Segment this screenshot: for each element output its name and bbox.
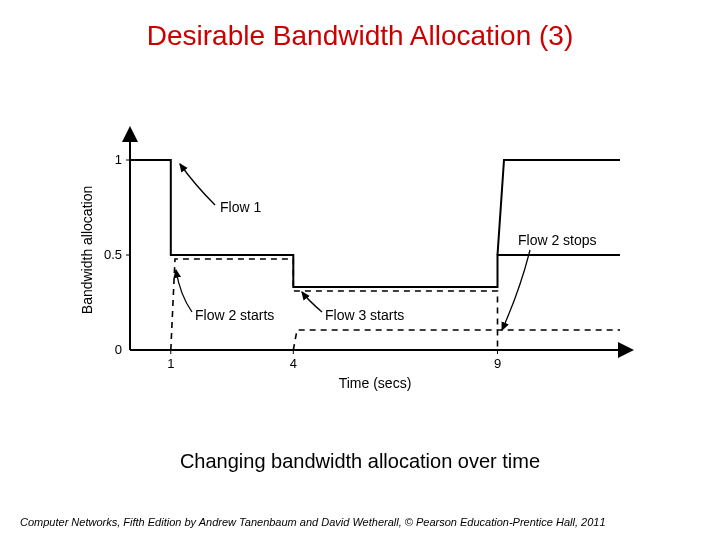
- y-tick-0: 0: [115, 342, 122, 357]
- arrow-flow3-starts: [302, 292, 322, 312]
- flow3-line: [293, 330, 620, 350]
- slide-title: Desirable Bandwidth Allocation (3): [0, 20, 720, 52]
- flow1-line: [130, 160, 620, 287]
- caption: Changing bandwidth allocation over time: [0, 450, 720, 473]
- flow2-line: [171, 259, 498, 350]
- annotation-flow2-stops: Flow 2 stops: [518, 232, 597, 248]
- x-axis-label: Time (secs): [339, 375, 412, 391]
- x-tick-4: 4: [290, 356, 297, 371]
- arrow-flow2-stops: [502, 250, 530, 330]
- y-axis-label: Bandwidth allocation: [80, 186, 95, 314]
- annotation-flow1: Flow 1: [220, 199, 261, 215]
- y-tick-05: 0.5: [104, 247, 122, 262]
- chart: 0 0.5 1 1 4 9 Time (secs) Bandwidth allo…: [80, 120, 640, 400]
- x-tick-9: 9: [494, 356, 501, 371]
- annotation-flow3-starts: Flow 3 starts: [325, 307, 404, 323]
- x-tick-1: 1: [167, 356, 174, 371]
- footer-text: Computer Networks, Fifth Edition by Andr…: [20, 516, 700, 528]
- y-tick-1: 1: [115, 152, 122, 167]
- arrow-flow2-starts: [176, 270, 192, 312]
- arrow-flow1: [180, 164, 215, 205]
- annotation-flow2-starts: Flow 2 starts: [195, 307, 274, 323]
